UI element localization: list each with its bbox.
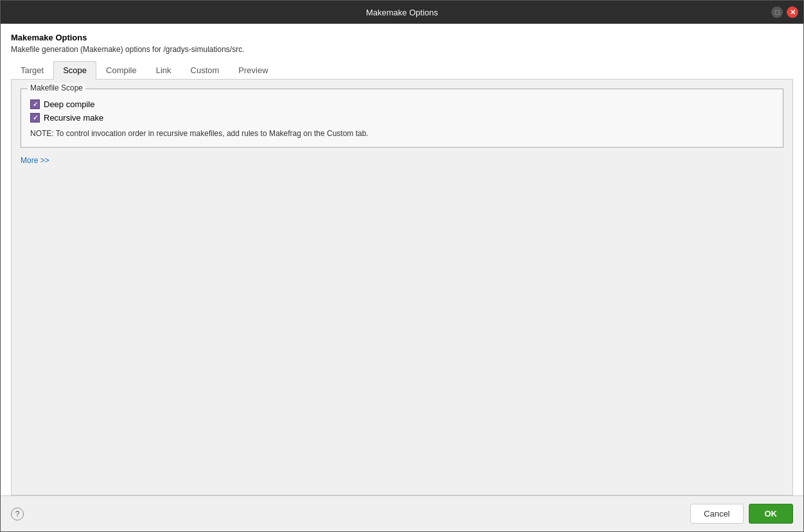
dialog-header-title: Makemake Options: [11, 33, 793, 42]
dialog-content: Makemake Options Makefile generation (Ma…: [1, 24, 803, 495]
recursive-make-label: Recursive make: [44, 113, 103, 123]
titlebar-controls: □ ✕: [771, 6, 798, 18]
maximize-button[interactable]: □: [771, 6, 783, 18]
help-button[interactable]: ?: [11, 508, 24, 520]
deep-compile-checkbox[interactable]: [30, 99, 40, 109]
deep-compile-row: Deep compile: [30, 99, 774, 109]
footer-buttons: Cancel OK: [690, 504, 793, 524]
tab-preview[interactable]: Preview: [229, 61, 277, 80]
close-button[interactable]: ✕: [787, 6, 798, 18]
more-link[interactable]: More >>: [21, 156, 49, 165]
tabs-bar: Target Scope Compile Link Custom Preview: [11, 60, 793, 80]
tab-link[interactable]: Link: [146, 61, 181, 80]
tab-target[interactable]: Target: [11, 61, 53, 80]
titlebar-title: Makemake Options: [366, 8, 438, 17]
cancel-button[interactable]: Cancel: [690, 504, 743, 524]
tab-compile[interactable]: Compile: [96, 61, 146, 80]
dialog-footer: ? Cancel OK: [1, 495, 803, 531]
scope-box: Makefile Scope Deep compile Recursive ma…: [21, 89, 783, 148]
tab-custom[interactable]: Custom: [181, 61, 229, 80]
scope-legend: Makefile Scope: [28, 83, 85, 92]
scope-note: NOTE: To control invocation order in rec…: [30, 129, 774, 138]
tab-scope[interactable]: Scope: [53, 61, 96, 80]
recursive-make-checkbox[interactable]: [30, 113, 40, 123]
recursive-make-row: Recursive make: [30, 113, 774, 123]
deep-compile-label: Deep compile: [44, 99, 95, 109]
dialog-header-subtitle: Makefile generation (Makemake) options f…: [11, 45, 793, 54]
titlebar: Makemake Options □ ✕: [1, 1, 803, 24]
tab-content-scope: Makefile Scope Deep compile Recursive ma…: [11, 80, 793, 495]
ok-button[interactable]: OK: [749, 504, 794, 524]
dialog-container: Makemake Options □ ✕ Makemake Options Ma…: [0, 0, 804, 532]
